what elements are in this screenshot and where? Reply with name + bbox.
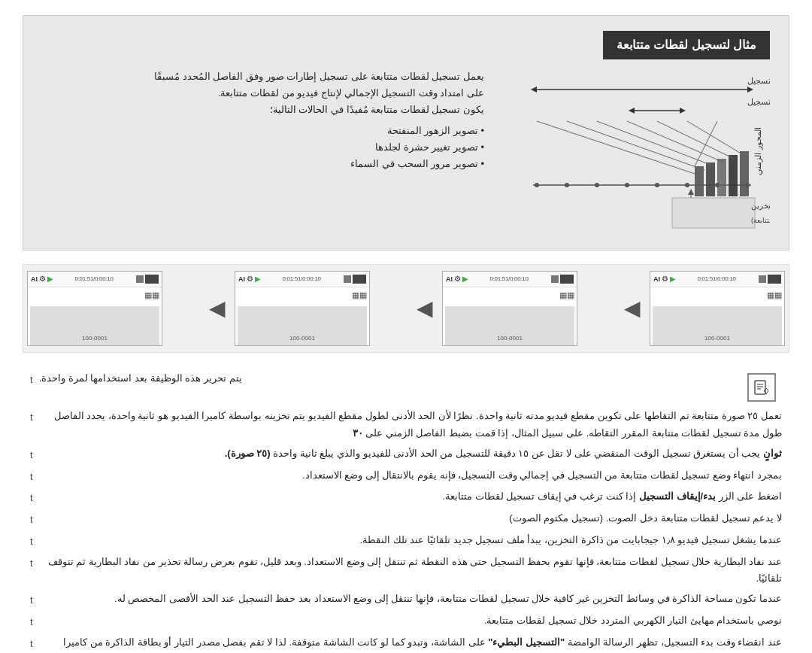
thumb-square-icon-2 — [344, 275, 351, 283]
note-t-5: t — [30, 510, 33, 529]
note-t-9: t — [30, 612, 33, 631]
thumbnail-item-3: 0:01:51/0:00:10 ▶ ⚙ AI ▦▦ 100-0001 ◀ — [411, 271, 577, 346]
thumbnail-box-1: 0:01:51/0:00:10 ▶ ⚙ AI ▦▦ 100-0001 — [27, 271, 162, 346]
note-row-6: t عندما يشغل تسجيل فيديو ١٫٨ جيجابايت من… — [30, 532, 782, 551]
note-text-2: ثوانٍ يجب أن يستغرق تسجيل الوقت المنقضي … — [39, 445, 782, 463]
thumbnail-box-2: 0:01:51/0:00:10 ▶ ⚙ AI ▦▦ 100-0001 — [235, 271, 370, 346]
svg-rect-12 — [717, 159, 726, 196]
thumb-square-icon-3 — [551, 275, 559, 283]
note-row-7: t عند نفاد البطارية خلال تسجيل لقطات متت… — [30, 554, 782, 588]
note-text-6: عندما يشغل تسجيل فيديو ١٫٨ جيجابايت من ذ… — [39, 532, 782, 549]
svg-point-27 — [685, 183, 689, 187]
arrow-left-3: ◀ — [411, 292, 439, 326]
thumb-icons-left-3 — [550, 275, 574, 284]
note-edit-icon-box — [747, 373, 776, 402]
diagram-visual: إجمالي وقت التسجيل فاصل التسجيل المحور ا… — [484, 68, 770, 239]
note-text-8: عندما تكون مساحة الذاكرة في وسائط التخزي… — [39, 591, 782, 608]
thumb-header-2: 0:01:51/0:00:10 ▶ ⚙ AI — [235, 272, 369, 287]
svg-rect-14 — [740, 151, 749, 196]
thumb-body-3: ▦▦ — [443, 287, 577, 304]
svg-line-19 — [657, 121, 734, 159]
thumb-bottom-1: 100-0001 — [28, 334, 162, 344]
note-row-2: t ثوانٍ يجب أن يستغرق تسجيل الوقت المنقض… — [30, 445, 782, 464]
thumbnail-box-3: 0:01:51/0:00:10 ▶ ⚙ AI ▦▦ 100-0001 — [442, 271, 577, 346]
thumb-gear-icon-4: ⚙ — [662, 273, 668, 285]
thumb-icons-left-4 — [757, 275, 781, 284]
note-row-8: t عندما تكون مساحة الذاكرة في وسائط التخ… — [30, 591, 782, 609]
thumb-gear-icon-3: ⚙ — [454, 273, 461, 285]
thumb-gear-icon-2: ⚙ — [247, 273, 253, 285]
svg-point-24 — [595, 183, 599, 187]
thumb-bottom-3: 100-0001 — [443, 334, 577, 344]
svg-point-22 — [535, 183, 539, 187]
thumb-ai-badge-4: AI — [653, 274, 660, 284]
thumb-cam-icon-3 — [560, 275, 574, 284]
diagram-para-1: يعمل تسجيل لقطات متتابعة على تسجيل إطارا… — [57, 68, 484, 85]
svg-marker-7 — [680, 108, 686, 114]
svg-line-17 — [597, 121, 714, 166]
note-row-3: t بمجرد انتهاء وضع تسجيل لقطات متتابعة م… — [30, 467, 782, 486]
note-text-1: تعمل ٢٥ صورة متتابعة تم التقاطها على تكو… — [39, 408, 782, 442]
svg-marker-6 — [629, 108, 635, 114]
thumb-play-icon-3: ▶ — [462, 273, 468, 285]
bullet-3: تصوير مرور السحب في السماء — [57, 156, 484, 172]
note-text-7: عند نفاد البطارية خلال تسجيل لقطات متتاب… — [39, 554, 782, 588]
first-note-row: t يتم تحرير هذه الوظيفة بعد استخدامها لم… — [30, 370, 782, 402]
note-t-icon: t — [30, 370, 33, 389]
svg-text:إجمالي وقت التسجيل: إجمالي وقت التسجيل — [747, 76, 770, 86]
note-text-5: لا يدعم تسجيل لقطات متتابعة دخل الصوت. (… — [39, 510, 782, 527]
thumb-bottom-4: 100-0001 — [650, 334, 784, 344]
thumb-header-3: 0:01:51/0:00:10 ▶ ⚙ AI — [443, 272, 577, 287]
svg-rect-35 — [755, 381, 765, 394]
thumb-header-1: 0:01:51/0:00:10 ▶ ⚙ AI — [28, 272, 162, 287]
thumb-play-icon-1: ▶ — [47, 273, 53, 285]
note-t-10: t — [30, 634, 33, 653]
thumbnail-item-2: 0:01:51/0:00:10 ▶ ⚙ AI ▦▦ 100-0001 ◀ — [203, 271, 370, 346]
note-row-5: t لا يدعم تسجيل لقطات متتابعة دخل الصوت.… — [30, 510, 782, 529]
diagram-content: يعمل تسجيل لقطات متتابعة على تسجيل إطارا… — [42, 68, 770, 239]
thumb-bottom-2: 100-0001 — [235, 334, 369, 344]
thumb-icons-left-1 — [135, 275, 159, 284]
svg-point-26 — [655, 183, 659, 187]
note-t-6: t — [30, 532, 33, 551]
thumb-timestamp-2: 0:01:51/0:00:10 — [282, 275, 320, 284]
bullet-1: تصوير الزهور المنفتحة — [57, 123, 484, 139]
svg-rect-30 — [672, 198, 755, 228]
thumb-cam-icon-1 — [145, 275, 159, 284]
svg-text:فاصل التسجيل: فاصل التسجيل — [747, 97, 770, 106]
thumb-ai-badge-2: AI — [238, 274, 245, 284]
thumb-icons-left-2 — [342, 275, 366, 284]
note-row-9: t نوصي باستخدام مهايئ التيار الكهربي الم… — [30, 612, 782, 631]
thumb-timestamp-4: 0:01:51/0:00:10 — [697, 275, 735, 284]
thumb-play-icon-2: ▶ — [255, 273, 261, 285]
svg-rect-10 — [695, 166, 704, 196]
note-text-9: نوصي باستخدام مهايئ التيار الكهربي المتر… — [39, 612, 782, 630]
thumb-cam-icon-2 — [353, 275, 366, 284]
note-row-1: t تعمل ٢٥ صورة متتابعة تم التقاطها على ت… — [30, 408, 782, 442]
note-row-4: t اضغط على الزر بدء/إيقاف التسجيل إذا كن… — [30, 488, 782, 507]
note-row-10: t عند انقضاء وقت بدء التسجيل، تظهر الرسا… — [30, 634, 782, 653]
note-text-first: يتم تحرير هذه الوظيفة بعد استخدامها لمرة… — [39, 370, 242, 387]
arrow-left-4: ◀ — [618, 292, 647, 326]
thumb-cam-icon-4 — [768, 275, 781, 284]
thumb-square-icon-1 — [136, 275, 144, 283]
thumb-grid-2: ▦▦ — [352, 289, 367, 302]
arrow-left-2: ◀ — [203, 292, 232, 326]
svg-marker-34 — [688, 189, 694, 195]
svg-text:المحور الزمني: المحور الزمني — [753, 127, 763, 175]
thumb-body-1: ▦▦ — [28, 287, 162, 304]
thumb-ai-badge-3: AI — [446, 274, 453, 284]
thumbnail-box-4: 0:01:51/0:00:10 ▶ ⚙ AI ▦▦ 100-0001 — [650, 271, 785, 346]
diagram-para-3: يكون تسجيل لقطات متتابعة مُفيدًا في الحا… — [57, 102, 484, 118]
thumb-play-icon-4: ▶ — [670, 273, 676, 285]
thumb-grid-1: ▦▦ — [144, 289, 159, 302]
thumb-body-2: ▦▦ — [235, 287, 369, 304]
thumb-timestamp-1: 0:01:51/0:00:10 — [74, 275, 113, 284]
note-t-7: t — [30, 554, 33, 573]
section-title: مثال لتسجيل لقطات متتابعة — [603, 31, 770, 59]
notes-section: t يتم تحرير هذه الوظيفة بعد استخدامها لم… — [23, 366, 789, 653]
thumb-gear-icon-1: ⚙ — [39, 273, 46, 285]
thumb-header-4: 0:01:51/0:00:10 ▶ ⚙ AI — [650, 272, 784, 287]
thumb-body-4: ▦▦ — [650, 287, 784, 304]
svg-rect-13 — [729, 155, 738, 196]
